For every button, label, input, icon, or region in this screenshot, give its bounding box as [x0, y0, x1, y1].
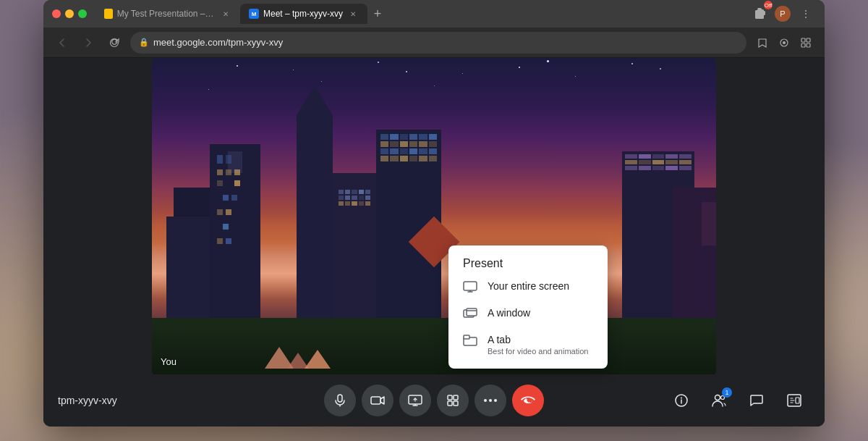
svg-rect-15: [454, 395, 458, 400]
present-tab-sublabel: Best for video and animation: [488, 347, 588, 356]
chat-button[interactable]: [741, 385, 773, 416]
people-button[interactable]: 1: [703, 385, 735, 416]
activities-button[interactable]: [778, 385, 810, 416]
svg-rect-16: [448, 401, 452, 406]
back-button[interactable]: [52, 33, 72, 53]
more-options-button[interactable]: [475, 385, 506, 416]
meet-tab-close[interactable]: ✕: [347, 8, 359, 20]
present-entire-screen-label: Your entire screen: [488, 280, 569, 292]
svg-point-22: [681, 398, 682, 399]
maximize-window-button[interactable]: [78, 9, 87, 18]
svg-point-20: [494, 399, 497, 402]
slides-tab-close[interactable]: ✕: [220, 8, 231, 20]
bookmark-button[interactable]: [752, 33, 773, 53]
google-lens-button[interactable]: [774, 33, 794, 53]
svg-rect-2: [801, 38, 805, 42]
meet-tab-title: Meet – tpm-xyyv-xvy: [263, 9, 343, 19]
participant-label: You: [161, 356, 176, 367]
extension-badge: Off: [764, 1, 773, 9]
present-window-item[interactable]: A window: [448, 300, 608, 327]
meet-tab[interactable]: M Meet – tpm-xyyv-xvy ✕: [240, 4, 367, 24]
url-text: meet.google.com/tpm-xyyv-xvy: [153, 37, 283, 48]
svg-point-1: [783, 41, 786, 44]
present-tab-text: A tab Best for video and animation: [488, 334, 588, 356]
present-window-label: A window: [488, 307, 530, 319]
present-tab-item[interactable]: A tab Best for video and animation: [448, 327, 608, 363]
svg-rect-14: [448, 395, 452, 400]
main-content: You Present Your entire screen: [43, 58, 825, 427]
svg-rect-26: [796, 398, 799, 403]
video-tile: You: [152, 58, 716, 374]
effects-button[interactable]: [437, 385, 469, 416]
svg-rect-3: [807, 38, 810, 42]
camera-button[interactable]: [362, 385, 393, 416]
svg-rect-8: [467, 308, 477, 316]
present-tab-label: A tab: [488, 334, 588, 345]
traffic-lights: [52, 9, 87, 18]
slides-tab-title: My Test Presentation – Google: [117, 9, 216, 19]
tab-icon: [463, 335, 477, 346]
toolbar-left: tpm-xyyv-xvy: [58, 395, 309, 406]
toolbar-right: 1: [559, 385, 810, 416]
close-window-button[interactable]: [52, 9, 61, 18]
slides-favicon: [104, 9, 113, 19]
extensions-button[interactable]: Off: [749, 4, 770, 24]
address-bar: 🔒 meet.google.com/tpm-xyyv-xvy: [43, 28, 825, 58]
extension-puzzle-button[interactable]: [796, 33, 816, 53]
toolbar-center: [309, 385, 560, 416]
svg-rect-12: [371, 397, 380, 404]
title-bar: My Test Presentation – Google ✕ M Meet –…: [43, 0, 825, 28]
meet-favicon: M: [249, 9, 259, 19]
chrome-menu-button[interactable]: ⋮: [796, 4, 816, 24]
tabs-container: My Test Presentation – Google ✕ M Meet –…: [95, 4, 744, 24]
city-background: [152, 58, 716, 374]
svg-rect-17: [454, 401, 458, 406]
profile-button[interactable]: P: [773, 4, 793, 24]
minimize-window-button[interactable]: [65, 9, 74, 18]
present-entire-screen-text: Your entire screen: [488, 280, 569, 292]
window-icon: [463, 308, 477, 319]
meeting-code: tpm-xyyv-xvy: [58, 395, 117, 406]
svg-rect-5: [807, 43, 810, 47]
present-menu: Present Your entire screen: [448, 245, 608, 369]
new-tab-button[interactable]: +: [367, 4, 388, 24]
url-bar[interactable]: 🔒 meet.google.com/tpm-xyyv-xvy: [130, 32, 746, 54]
svg-point-23: [715, 395, 720, 400]
people-count-badge: 1: [722, 387, 732, 398]
microphone-button[interactable]: [324, 385, 356, 416]
bottom-toolbar: tpm-xyyv-xvy: [43, 374, 825, 427]
slides-tab[interactable]: My Test Presentation – Google ✕: [95, 4, 240, 24]
video-area: You: [43, 58, 825, 374]
svg-rect-10: [464, 335, 469, 339]
svg-point-18: [484, 399, 487, 402]
present-entire-screen-item[interactable]: Your entire screen: [448, 273, 608, 300]
meeting-info-button[interactable]: [665, 385, 697, 416]
svg-point-19: [489, 399, 492, 402]
present-menu-title: Present: [448, 251, 608, 273]
present-button[interactable]: [399, 385, 431, 416]
monitor-icon: [463, 281, 477, 293]
reload-button[interactable]: [104, 33, 124, 53]
svg-rect-4: [801, 43, 805, 47]
forward-button[interactable]: [78, 33, 98, 53]
end-call-button[interactable]: [512, 385, 544, 416]
svg-rect-11: [338, 395, 342, 402]
browser-window: My Test Presentation – Google ✕ M Meet –…: [43, 0, 825, 427]
lock-icon: 🔒: [139, 38, 149, 47]
present-window-text: A window: [488, 307, 530, 319]
svg-rect-6: [464, 282, 477, 290]
